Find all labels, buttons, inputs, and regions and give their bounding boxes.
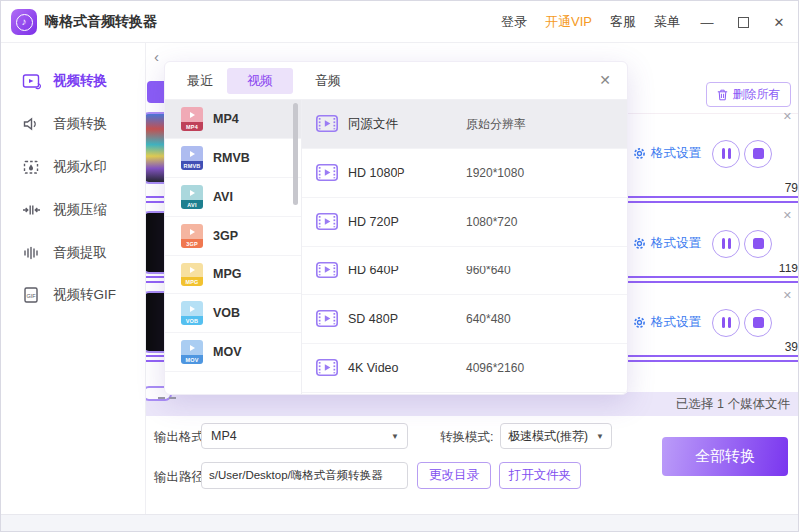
format-item-3gp[interactable]: 3GP 3GP: [165, 217, 301, 256]
remove-file-icon[interactable]: ✕: [783, 209, 792, 222]
format-item-mov[interactable]: MOV MOV: [165, 333, 301, 372]
format-item-rmvb[interactable]: RMVB RMVB: [165, 139, 301, 178]
hidden-button-fragment: [147, 81, 164, 103]
video-convert-icon: [21, 71, 41, 91]
mp4-file-icon: MP4: [181, 107, 203, 131]
format-label: MP4: [213, 112, 239, 126]
sidebar-item-label: 视频水印: [53, 158, 107, 176]
open-folder-button[interactable]: 打开文件夹: [499, 462, 581, 489]
format-label: AVI: [213, 190, 233, 204]
resolution-value: 960*640: [466, 264, 511, 277]
tab-video[interactable]: 视频: [227, 68, 293, 94]
convert-mode-label: 转换模式:: [440, 429, 493, 446]
resolution-name: 4K Video: [348, 361, 399, 375]
filmstrip-icon: [316, 310, 338, 331]
scrollbar[interactable]: [293, 103, 298, 205]
stop-icon: [753, 317, 764, 328]
format-settings-link[interactable]: 格式设置: [633, 235, 701, 252]
sidebar-item-label: 视频压缩: [53, 201, 107, 219]
mpg-file-icon: MPG: [181, 263, 203, 286]
gear-icon: [633, 316, 646, 329]
format-item-mpg[interactable]: MPG MPG: [165, 256, 301, 294]
format-label: RMVB: [213, 151, 250, 165]
filmstrip-icon: [316, 262, 338, 282]
output-format-value: MP4: [211, 429, 237, 443]
close-button[interactable]: ✕: [770, 15, 788, 30]
app-logo-icon: ♪: [11, 9, 37, 35]
stop-button[interactable]: [744, 140, 772, 168]
vip-link[interactable]: 开通VIP: [545, 13, 592, 31]
sidebar-item-video-watermark[interactable]: 视频水印: [1, 145, 145, 188]
stop-button[interactable]: [744, 230, 772, 258]
sidebar-item-video-compress[interactable]: 视频压缩: [1, 188, 145, 231]
format-label: MOV: [213, 345, 241, 359]
minimize-button[interactable]: —: [698, 15, 716, 30]
resolution-name: HD 640P: [348, 264, 399, 277]
vob-file-icon: VOB: [181, 301, 203, 325]
audio-convert-icon: [21, 114, 41, 134]
resolution-item-480p[interactable]: SD 480P 640*480: [302, 295, 627, 344]
selected-info: 已选择 1 个媒体文件: [676, 396, 790, 413]
login-link[interactable]: 登录: [501, 13, 527, 31]
resolution-item-source[interactable]: 同源文件 原始分辨率: [302, 100, 627, 149]
stop-button[interactable]: [744, 309, 772, 337]
maximize-button[interactable]: [734, 17, 752, 28]
popup-close-icon[interactable]: ✕: [599, 72, 611, 88]
pause-button[interactable]: [712, 140, 740, 168]
resolution-value: 原始分辨率: [466, 116, 526, 133]
resolution-item-4k[interactable]: 4K Video 4096*2160: [302, 344, 627, 393]
delete-all-label: 删除所有: [733, 86, 781, 103]
format-settings-link[interactable]: 格式设置: [633, 314, 701, 331]
output-path-input[interactable]: s/User/Desktop/嗨格式音频转换器: [201, 462, 408, 489]
convert-mode-select[interactable]: 极速模式(推荐) ▼: [500, 423, 612, 449]
resolution-value: 1920*1080: [466, 166, 524, 180]
sidebar: 视频转换 音频转换 视频水印: [1, 43, 146, 516]
resolution-item-1080p[interactable]: HD 1080P 1920*1080: [302, 149, 627, 198]
sidebar-item-video-to-gif[interactable]: GIF 视频转GIF: [1, 273, 145, 316]
resolution-name: 同源文件: [348, 116, 398, 133]
format-item-mp4[interactable]: MP4 MP4: [165, 100, 301, 139]
menu-link[interactable]: 菜单: [654, 13, 680, 31]
tab-recent[interactable]: 最近: [187, 62, 213, 100]
pause-button[interactable]: [712, 309, 740, 337]
watermark-icon: [21, 157, 41, 177]
pause-button[interactable]: [712, 230, 740, 258]
pause-icon: [722, 148, 725, 159]
convert-all-button[interactable]: 全部转换: [662, 437, 788, 476]
output-path-label: 输出路径:: [154, 469, 207, 486]
format-item-avi[interactable]: AVI AVI: [165, 178, 301, 217]
format-settings-link[interactable]: 格式设置: [633, 145, 701, 162]
status-strip: [1, 514, 798, 531]
sidebar-item-audio-convert[interactable]: 音频转换: [1, 102, 145, 145]
sidebar-item-video-convert[interactable]: 视频转换: [1, 59, 145, 102]
remove-file-icon[interactable]: ✕: [783, 110, 792, 123]
remove-file-icon[interactable]: ✕: [783, 289, 792, 302]
sidebar-item-label: 音频提取: [53, 244, 107, 262]
resolution-item-640p[interactable]: HD 640P 960*640: [302, 247, 627, 295]
resolution-name: SD 480P: [348, 312, 398, 326]
format-settings-label: 格式设置: [651, 145, 701, 162]
progress-value: 39: [785, 340, 798, 354]
convert-mode-value: 极速模式(推荐): [508, 428, 588, 445]
output-format-select[interactable]: MP4 ▼: [201, 423, 408, 449]
filmstrip-icon: [316, 164, 338, 185]
back-chevron-icon[interactable]: ‹: [154, 48, 159, 65]
support-link[interactable]: 客服: [610, 13, 636, 31]
format-picker-popup: 最近 视频 音频 ✕ MP4 MP4 RMVB: [164, 61, 628, 395]
app-title: 嗨格式音频转换器: [45, 13, 157, 31]
compress-icon: [21, 200, 41, 220]
titlebar-actions: 登录 开通VIP 客服 菜单 — ✕: [501, 1, 788, 43]
popup-header: 最近 视频 音频 ✕: [165, 62, 627, 100]
format-label: VOB: [213, 306, 240, 320]
maximize-icon: [738, 17, 749, 28]
resolution-item-720p[interactable]: HD 720P 1080*720: [302, 198, 627, 247]
pause-icon: [722, 317, 725, 328]
sidebar-item-audio-extract[interactable]: 音频提取: [1, 231, 145, 273]
tab-audio[interactable]: 音频: [315, 62, 341, 100]
chevron-down-icon: ▼: [391, 432, 399, 441]
change-directory-button[interactable]: 更改目录: [417, 462, 491, 489]
format-item-vob[interactable]: VOB VOB: [165, 294, 301, 333]
waveform-icon: [21, 243, 41, 263]
format-label: MPG: [213, 267, 241, 281]
svg-text:GIF: GIF: [26, 293, 36, 299]
